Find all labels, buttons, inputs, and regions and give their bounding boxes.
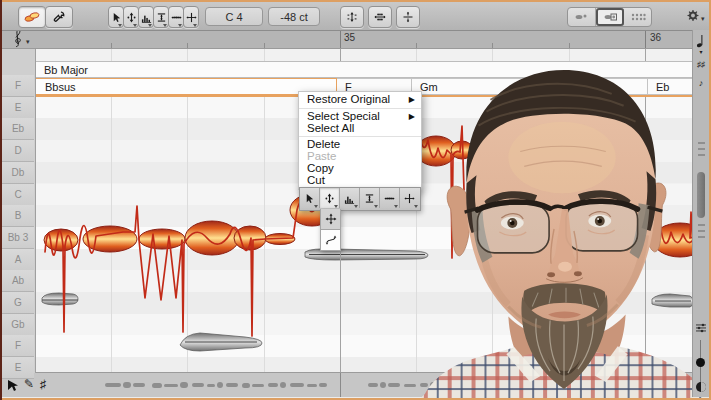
pitch-row-label: Eb xyxy=(2,118,34,140)
cents-readout-field[interactable]: -48 ct xyxy=(268,7,320,26)
formant-tool-button[interactable] xyxy=(153,6,169,28)
zoom-circle-icon[interactable] xyxy=(696,382,706,392)
amplitude-tool-button[interactable] xyxy=(138,6,154,28)
pitch-row-label: A xyxy=(2,249,34,271)
pitch-row-label: G xyxy=(2,292,34,314)
chord-cell-gm[interactable]: Gm xyxy=(412,78,648,95)
overview-playhead xyxy=(340,373,341,397)
gray-note-blob xyxy=(42,249,693,351)
floating-tool-palette xyxy=(299,187,421,211)
quantize-time-macro-button[interactable] xyxy=(368,6,392,28)
submenu-arrow-icon: ▶ xyxy=(409,111,415,123)
palette-note-separation-tool[interactable] xyxy=(400,188,419,208)
overview-mini-blobs xyxy=(2,373,709,397)
pitch-row-label: D xyxy=(2,140,34,162)
settings-dropdown-caret[interactable]: ▾ xyxy=(701,15,705,23)
pitch-tool-button[interactable] xyxy=(123,6,139,28)
note-dropdown-caret[interactable]: ▾ xyxy=(693,48,709,55)
menu-item-select-all[interactable]: Select All xyxy=(299,123,421,135)
pitch-drift-tool-button[interactable] xyxy=(320,230,341,251)
view-mode-segmented-control xyxy=(567,7,652,27)
main-toolbar: C 4 -48 ct ▾ xyxy=(2,2,709,31)
pitch-tool-flyout xyxy=(320,209,341,251)
vertical-scrollbar-thumb[interactable] xyxy=(697,172,705,218)
context-menu: Restore Original ▶ Select Special ▶ Sele… xyxy=(298,91,422,190)
pitch-row-label: F xyxy=(2,75,34,97)
right-sidebar: ▾ ♯♯ ♪ xyxy=(692,30,709,397)
chord-cell-eb[interactable]: Eb xyxy=(648,78,693,95)
zoom-slider-knob[interactable] xyxy=(696,358,705,367)
mixer-icon[interactable] xyxy=(693,322,709,334)
pitch-row-label-reference: Bb 3 xyxy=(2,227,34,249)
view-mode-blob-small[interactable] xyxy=(568,8,596,26)
palette-main-tool[interactable] xyxy=(300,188,320,208)
sharp-icon[interactable]: ♯ xyxy=(40,377,46,391)
palette-pitch-tool[interactable] xyxy=(320,188,340,208)
view-mode-blob-grid[interactable] xyxy=(624,8,651,26)
melodyne-editor-window: Bb Major Bbsus F Gm Eb F E Eb D Db C B B… xyxy=(0,0,711,400)
chord-cell-bbsus[interactable]: Bbsus xyxy=(35,78,337,95)
gear-icon[interactable] xyxy=(686,9,699,22)
key-label: Bb Major xyxy=(35,64,88,76)
overview-strip[interactable]: ✎ ♯ xyxy=(2,372,709,397)
palette-amplitude-tool[interactable] xyxy=(340,188,360,208)
pitch-readout-field[interactable]: C 4 xyxy=(205,7,263,26)
menu-item-restore-original[interactable]: Restore Original ▶ xyxy=(299,94,421,106)
pitch-modulation-tool-button[interactable] xyxy=(320,209,341,230)
bar-number-35: 35 xyxy=(344,32,355,43)
pitch-row-label: Db xyxy=(2,162,34,184)
submenu-arrow-icon: ▶ xyxy=(409,94,415,106)
scrollbar-dash xyxy=(698,230,705,232)
pitch-row-label: E xyxy=(2,357,34,379)
bar-number-36: 36 xyxy=(650,32,661,43)
note-separation-tool-button[interactable] xyxy=(183,6,199,28)
pitch-row-label: E xyxy=(2,97,34,119)
menu-separator xyxy=(299,108,421,109)
scrollbar-dash xyxy=(698,142,705,144)
pitch-row-label: B xyxy=(2,205,34,227)
pointer-icon xyxy=(8,380,18,391)
wrench-icon[interactable] xyxy=(45,6,73,28)
palette-formant-tool[interactable] xyxy=(360,188,380,208)
quarter-note-icon[interactable] xyxy=(693,34,709,48)
scrollbar-dash xyxy=(698,154,705,156)
pitch-ruler[interactable]: F E Eb D Db C B Bb 3 A Ab G Gb F E xyxy=(2,48,36,373)
note-assignment-mode-button[interactable] xyxy=(18,6,46,28)
scrollbar-dash xyxy=(698,236,705,238)
pitch-row-label: C xyxy=(2,184,34,206)
pitch-row-label: Ab xyxy=(2,270,34,292)
correct-pitch-macro-button[interactable] xyxy=(340,6,364,28)
time-ruler[interactable]: ▾ 35 36 xyxy=(2,30,709,49)
separation-button[interactable] xyxy=(396,6,420,28)
scale-snap-icon[interactable]: ♯♯ xyxy=(693,60,709,69)
timing-tool-button[interactable] xyxy=(168,6,184,28)
scrollbar-dash xyxy=(698,148,705,150)
treble-clef-icon[interactable] xyxy=(12,28,24,48)
menu-separator xyxy=(299,136,421,137)
window-frame-left-edge xyxy=(0,0,2,400)
pitch-row-label: Gb xyxy=(2,314,34,336)
menu-item-cut[interactable]: Cut xyxy=(299,175,421,187)
note-snap-icon[interactable]: ♪ xyxy=(693,78,709,88)
pencil-icon[interactable]: ✎ xyxy=(24,377,34,391)
clef-dropdown-caret[interactable]: ▾ xyxy=(26,38,30,46)
view-mode-blob-frame[interactable] xyxy=(596,8,624,26)
key-track-row[interactable]: Bb Major xyxy=(35,61,693,78)
scrollbar-dash xyxy=(698,224,705,226)
main-tool-button[interactable] xyxy=(108,6,124,28)
palette-timing-tool[interactable] xyxy=(380,188,400,208)
pitch-row-label: F xyxy=(2,335,34,357)
overview-selected-region xyxy=(527,381,565,389)
